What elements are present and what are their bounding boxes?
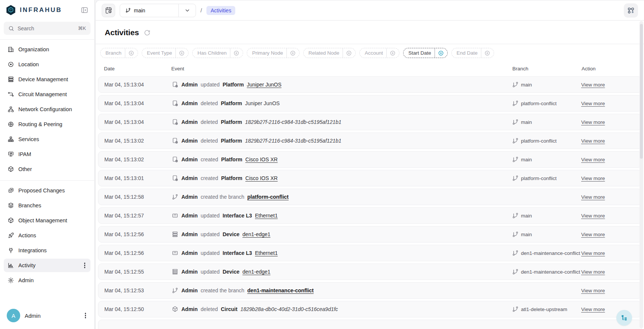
circle-plus-icon[interactable] (230, 50, 243, 56)
event-verb: updated (201, 82, 220, 88)
branch-selector[interactable]: main (120, 4, 196, 17)
view-more-link[interactable]: View more (581, 101, 605, 106)
interface-icon (172, 250, 178, 256)
vertical-scrollbar[interactable] (640, 21, 643, 328)
event-object-name[interactable]: Juniper JunOS (247, 82, 282, 88)
branch-name: atl1-delete-upstream (521, 307, 567, 312)
circle-plus-icon[interactable] (287, 50, 299, 56)
view-more-link[interactable]: View more (581, 176, 605, 181)
view-more-link[interactable]: View more (581, 194, 605, 200)
row-branch: main (512, 231, 581, 238)
sidebar-item-services[interactable]: Services (4, 132, 91, 146)
git-branch-icon (512, 81, 519, 88)
sidebar-item-branches[interactable]: Branches (4, 199, 91, 212)
app-root: INFRAHUB Search ⌘K OrganizationLocationD… (0, 0, 644, 329)
view-more-link[interactable]: View more (581, 213, 605, 219)
sidebar-item-admin[interactable]: Admin (4, 274, 91, 287)
event-actor: Admin (181, 213, 198, 219)
filter-chip-event-type[interactable]: Event Type (142, 48, 188, 58)
column-header-date: Date (104, 66, 171, 71)
event-object-name[interactable]: Ethernet1 (255, 250, 278, 256)
branch-name: platform-conflict (521, 176, 556, 181)
sidebar-item-network-configuration[interactable]: Network Configuration (4, 103, 91, 116)
sidebar-item-other[interactable]: Other (4, 162, 91, 176)
row-date: Mar 04, 15:12:55 (104, 269, 172, 275)
event-object-name[interactable]: Cisco IOS XR (245, 175, 277, 181)
row-action: View more (581, 269, 635, 275)
row-branch: den1-maintenance-conflict (512, 268, 581, 275)
circle-plus-icon[interactable] (176, 50, 188, 56)
breadcrumb-current[interactable]: Activities (206, 6, 235, 15)
event-object-name[interactable]: Ethernet1 (255, 213, 278, 219)
event-object-name[interactable]: den1-maintenance-conflict (247, 287, 313, 293)
event-object-name[interactable]: den1-edge1 (242, 231, 270, 237)
event-verb: created (201, 175, 218, 181)
event-object-name[interactable]: den1-edge1 (242, 269, 270, 275)
chevron-down-icon (178, 4, 196, 17)
schema-button[interactable] (624, 3, 638, 18)
view-more-link[interactable]: View more (581, 82, 605, 88)
row-date: Mar 04, 15:12:50 (104, 306, 172, 312)
view-more-link[interactable]: View more (581, 157, 605, 162)
sidebar-item-activity[interactable]: Activity (4, 259, 91, 272)
sidebar-item-circuit-management[interactable]: Circuit Management (4, 88, 91, 101)
event-object-name[interactable]: Cisco IOS XR (245, 156, 277, 162)
sidebar-item-object-management[interactable]: Object Management (4, 214, 91, 227)
sidebar-item-proposed-changes[interactable]: Proposed Changes (4, 184, 91, 197)
circle-plus-icon[interactable] (343, 50, 355, 56)
filter-chip-primary-node[interactable]: Primary Node (247, 48, 300, 58)
circle-plus-icon[interactable] (387, 50, 399, 56)
diff-tree-button[interactable] (616, 310, 632, 326)
filter-label: Branch (101, 50, 125, 56)
view-more-link[interactable]: View more (581, 119, 605, 125)
branch-icon (172, 287, 178, 294)
event-verb: updated (201, 213, 220, 219)
scrollbar-thumb[interactable] (640, 24, 643, 159)
filter-chip-start-date[interactable]: Start Date (403, 48, 448, 58)
git-branch-icon (512, 175, 519, 182)
row-action: View more (581, 156, 635, 162)
view-more-link[interactable]: View more (581, 232, 605, 237)
row-event: AdmindeletedPlatformJuniper JunOS (172, 100, 512, 107)
git-branch-icon (512, 306, 519, 313)
filter-chip-branch[interactable]: Branch (100, 48, 138, 58)
filter-chip-account[interactable]: Account (359, 48, 399, 58)
platform-icon (172, 137, 178, 144)
time-travel-button[interactable] (102, 4, 115, 17)
user-menu-button[interactable] (84, 314, 89, 317)
filter-chip-has-children[interactable]: Has Children (192, 48, 243, 58)
event-object-name[interactable]: platform-conflict (247, 194, 288, 200)
kebab-icon[interactable] (84, 265, 86, 266)
integrations-icon (7, 247, 14, 254)
collapse-sidebar-button[interactable] (80, 6, 89, 15)
filter-chip-related-node[interactable]: Related Node (303, 48, 356, 58)
sidebar-item-routing-peering[interactable]: Routing & Peering (4, 118, 91, 131)
sidebar-item-integrations[interactable]: Integrations (4, 244, 91, 257)
refresh-button[interactable] (143, 29, 151, 37)
circle-plus-icon[interactable] (435, 50, 447, 56)
device-icon (7, 76, 14, 83)
sidebar-item-actions[interactable]: Actions (4, 229, 91, 242)
sidebar-item-ipam[interactable]: IPAM (4, 147, 91, 161)
search-input[interactable]: Search ⌘K (4, 22, 91, 35)
filter-chip-end-date[interactable]: End Date (451, 48, 494, 58)
row-date: Mar 04, 15:12:56 (104, 250, 172, 256)
sidebar-item-organization[interactable]: Organization (4, 43, 91, 56)
event-object-type: Interface L3 (223, 213, 252, 219)
row-action: View more (581, 175, 635, 181)
circle-plus-icon[interactable] (481, 50, 494, 56)
view-more-link[interactable]: View more (581, 138, 605, 144)
view-more-link[interactable]: View more (581, 250, 605, 256)
circle-plus-icon[interactable] (125, 50, 138, 56)
top-bar: main / Activities (96, 0, 644, 21)
network-icon (7, 106, 14, 113)
table-row: Mar 04, 15:12:56AdminupdatedDeviceden1-e… (98, 226, 642, 243)
user-row[interactable]: A Admin (0, 304, 94, 329)
view-more-link[interactable]: View more (581, 288, 605, 293)
view-more-link[interactable]: View more (581, 269, 605, 275)
view-more-link[interactable]: View more (581, 307, 605, 312)
sidebar-item-device-management[interactable]: Device Management (4, 73, 91, 86)
sidebar-item-location[interactable]: Location (4, 58, 91, 71)
schema-icon (627, 7, 635, 14)
object-icon (7, 217, 14, 224)
